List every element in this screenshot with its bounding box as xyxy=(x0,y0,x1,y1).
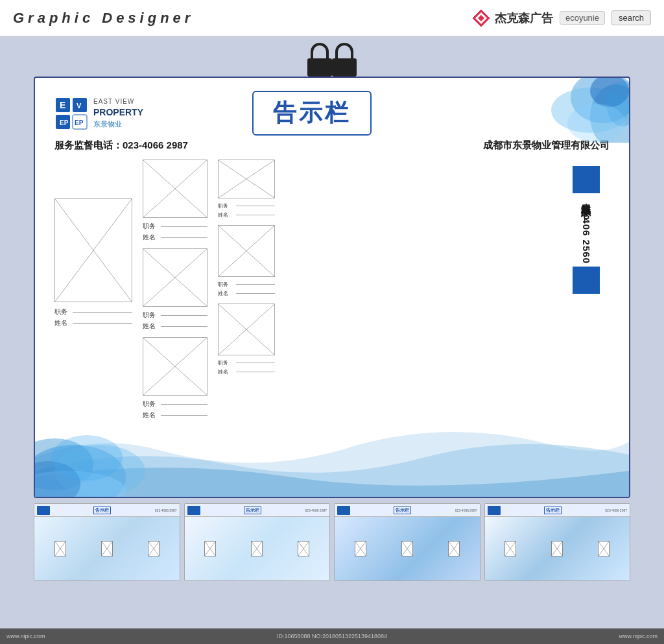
thumb-header-4: 告示栏 023-4066 2987 xyxy=(485,504,630,517)
label-row-1: 职务 姓名 xyxy=(54,307,132,328)
svg-point-36 xyxy=(51,435,123,481)
thumb-body-2 xyxy=(185,517,330,580)
thumb-box-4c xyxy=(598,541,610,556)
staff-col-1: 职务 姓名 xyxy=(54,198,132,432)
job-label-2b: 职务 xyxy=(143,311,208,320)
floral-decoration-top-right xyxy=(499,78,629,143)
label-row-3a: 职务 姓名 xyxy=(218,202,275,219)
photo-placeholder-2a xyxy=(143,160,208,218)
site-bar: www.nipic.com ID:10658088 NO:20180513225… xyxy=(0,628,664,644)
logo-area: 杰克森广告 xyxy=(471,8,553,28)
photo-placeholder-2b xyxy=(143,248,208,307)
clips-row xyxy=(197,43,467,77)
thumb-title-1: 告示栏 xyxy=(93,507,111,514)
label-row-2a: 职务 姓名 xyxy=(143,222,208,242)
thumb-box-2b xyxy=(251,541,263,556)
thumb-logo-2 xyxy=(187,506,200,515)
photo-placeholder-3b xyxy=(218,225,275,277)
thumb-header-3: 告示栏 023-4066 2987 xyxy=(335,504,480,517)
thumb-box-4a xyxy=(504,541,516,556)
thumb-box-3b xyxy=(401,541,413,556)
clip-body-right xyxy=(332,58,357,77)
notice-board: E V EP EP EAST VIEW PROPERTY 东景物业 告示栏 服务… xyxy=(34,77,630,498)
thumb-phone-1: 023-4066 2987 xyxy=(155,508,177,512)
ev-logo-icon: E V EP EP xyxy=(54,97,88,130)
thumbnail-3[interactable]: 告示栏 023-4066 2987 xyxy=(334,503,480,581)
thumb-header-2: 告示栏 023-4066 2987 xyxy=(185,504,330,517)
staff-col-2: 职务 姓名 职务 xyxy=(143,160,208,432)
ecoyunie-badge: ecoyunie xyxy=(560,11,605,25)
job-label-3b: 职务 xyxy=(218,281,275,288)
thumb-body-1 xyxy=(34,517,180,580)
logo-name: 杰克森广告 xyxy=(495,10,553,26)
clip-body-left xyxy=(307,58,332,77)
job-label-2a: 职务 xyxy=(143,222,208,231)
watermark-id: ID:10658088 NO:20180513225139418084 xyxy=(277,633,387,639)
header-right: 杰克森广告 ecoyunie search xyxy=(471,8,651,28)
main-area: E V EP EP EAST VIEW PROPERTY 东景物业 告示栏 服务… xyxy=(0,36,664,644)
thumb-box-2c xyxy=(298,541,309,556)
blue-square-top xyxy=(573,166,600,193)
name-line-1 xyxy=(73,323,132,324)
thumb-phone-3: 023-4066 2987 xyxy=(455,508,477,512)
thumb-body-4 xyxy=(485,517,630,580)
job-label-1: 职务 xyxy=(54,307,132,316)
thumb-title-3: 告示栏 xyxy=(394,507,411,514)
label-row-3b: 职务 姓名 xyxy=(218,281,275,297)
job-text-1: 职务 xyxy=(54,307,70,316)
ev-east-view: EAST VIEW xyxy=(93,97,143,106)
name-label-1: 姓名 xyxy=(54,318,132,328)
name-label-3b: 姓名 xyxy=(218,290,275,297)
name-label-3a: 姓名 xyxy=(218,211,275,219)
thumbnail-4[interactable]: 告示栏 023-4066 2987 xyxy=(484,503,631,581)
photo-placeholder-2c xyxy=(143,337,208,396)
thumb-box-4b xyxy=(551,541,563,556)
ev-property: PROPERTY xyxy=(93,106,143,119)
logo-diamond-icon xyxy=(471,8,491,28)
thumb-header-1: 告示栏 023-4066 2987 xyxy=(34,504,180,517)
svg-text:E: E xyxy=(60,100,65,110)
site-url-left: www.nipic.com xyxy=(6,633,45,639)
thumb-phone-2: 023-4066 2987 xyxy=(305,508,327,512)
thumb-box-3a xyxy=(355,541,366,556)
header-bar: Graphic Designer 杰克森广告 ecoyunie search xyxy=(0,0,664,36)
photo-placeholder-1 xyxy=(54,198,132,302)
thumb-box-1a xyxy=(54,541,66,556)
ev-chinese: 东景物业 xyxy=(93,119,143,129)
side-panel: 水墨林溪服务中心 ： 406 2560 xyxy=(563,166,610,294)
svg-text:EP: EP xyxy=(75,119,84,126)
thumbnail-2[interactable]: 告示栏 023-4066 2987 xyxy=(184,503,331,581)
thumb-box-1b xyxy=(101,541,113,556)
side-text: 水墨林溪服务中心 ： 406 2560 xyxy=(578,196,594,264)
blue-square-bottom xyxy=(573,267,600,294)
thumb-title-4: 告示栏 xyxy=(544,507,562,514)
photo-placeholder-3a xyxy=(218,160,275,198)
name-label-3c: 姓名 xyxy=(218,368,275,376)
notice-board-title: 告示栏 xyxy=(252,91,372,136)
thumbnail-1[interactable]: 告示栏 023-4066 2987 xyxy=(34,503,180,581)
thumb-box-2a xyxy=(204,541,216,556)
ev-text: EAST VIEW PROPERTY 东景物业 xyxy=(93,97,143,129)
photo-placeholder-3c xyxy=(218,304,275,355)
site-url-right: www.nipic.com xyxy=(619,633,658,639)
east-view-logo: E V EP EP EAST VIEW PROPERTY 东景物业 xyxy=(54,97,143,130)
label-row-2b: 职务 姓名 xyxy=(143,311,208,331)
thumb-title-2: 告示栏 xyxy=(244,507,261,514)
search-button[interactable]: search xyxy=(611,10,651,25)
thumb-body-3 xyxy=(335,517,480,580)
job-label-3c: 职务 xyxy=(218,359,275,366)
clip-right xyxy=(332,43,357,77)
svg-point-8 xyxy=(567,104,626,143)
job-line-1 xyxy=(73,312,132,313)
name-text-1: 姓名 xyxy=(54,318,70,328)
job-label-3a: 职务 xyxy=(218,202,275,209)
staff-area: 职务 姓名 xyxy=(54,160,610,432)
thumb-logo-4 xyxy=(488,506,501,515)
svg-text:V: V xyxy=(77,102,82,110)
thumb-box-1c xyxy=(148,541,160,556)
clip-left xyxy=(307,43,332,77)
floral-bottom-left xyxy=(35,412,191,497)
label-row-3c: 职务 姓名 xyxy=(218,359,275,376)
staff-col-3: 职务 姓名 职务 xyxy=(218,160,275,432)
header-title: Graphic Designer xyxy=(13,10,194,27)
